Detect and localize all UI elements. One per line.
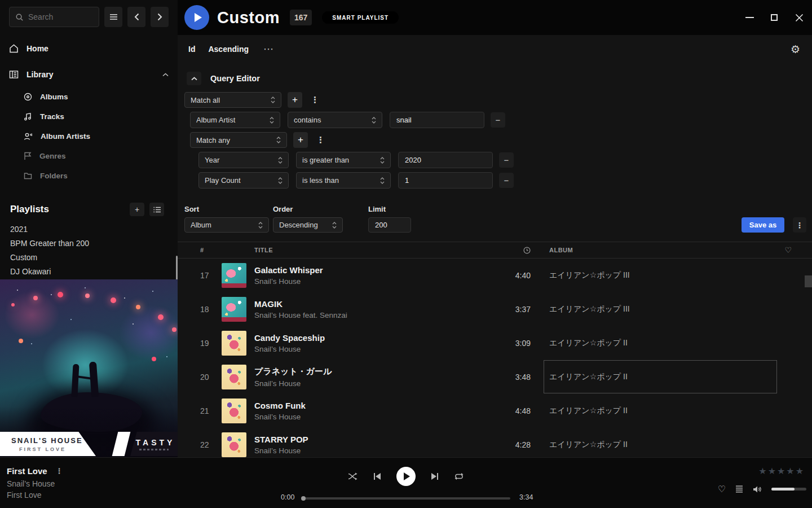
menu-button[interactable] — [104, 7, 122, 27]
track-row[interactable]: 20 プラネット・ガールSnail’s House 3:48 エイリアン☆ポップ… — [178, 360, 812, 394]
remove-rule-button[interactable]: − — [499, 152, 514, 168]
play-playlist-button[interactable] — [184, 5, 209, 30]
play-icon — [195, 13, 202, 22]
tracklist-scrollbar[interactable] — [805, 275, 812, 287]
rule-operator-select[interactable]: is less than — [296, 172, 391, 189]
repeat-button[interactable] — [454, 472, 464, 480]
limit-input[interactable] — [368, 217, 411, 233]
sort-select[interactable]: Album — [184, 217, 269, 233]
group-menu-button[interactable]: ⋮ — [314, 135, 327, 145]
playlist-list-button[interactable] — [149, 203, 164, 216]
track-album[interactable]: エイリアン☆ポップ III — [531, 270, 773, 281]
save-menu-button[interactable]: ⋮ — [793, 217, 806, 233]
collapse-library-button[interactable] — [162, 73, 169, 77]
star-icon[interactable]: ★ — [796, 466, 804, 476]
match-type-select[interactable]: Match any — [190, 132, 287, 148]
settings-gear-button[interactable]: ⚙ — [791, 43, 800, 56]
column-title[interactable]: TITLE — [254, 247, 486, 253]
shuffle-button[interactable] — [348, 472, 358, 480]
rule-value-input[interactable] — [390, 112, 484, 128]
now-playing-title[interactable]: First Love — [7, 466, 47, 476]
rule-value-input[interactable] — [398, 152, 493, 168]
player-right-controls: ♡ — [718, 484, 806, 494]
add-rule-button[interactable]: + — [288, 92, 302, 108]
track-art-thumbnail — [222, 398, 246, 423]
seek-thumb[interactable] — [301, 496, 306, 501]
sidebar-scrollbar[interactable] — [176, 256, 178, 281]
now-playing-menu-button[interactable]: ⋮ — [56, 467, 63, 475]
rule-field-select[interactable]: Play Count — [198, 172, 289, 189]
next-track-button[interactable] — [431, 472, 439, 480]
seek-bar[interactable] — [302, 497, 510, 500]
column-album[interactable]: ALBUM — [531, 247, 773, 253]
add-playlist-button[interactable]: + — [130, 203, 144, 216]
track-row[interactable]: 19 Candy SpaceshipSnail’s House 3:09 エイリ… — [178, 326, 812, 360]
track-row[interactable]: 17 Galactic WhisperSnail’s House 4:40 エイ… — [178, 259, 812, 292]
playlist-item[interactable]: BPM Greater than 200 — [0, 236, 178, 250]
search-input[interactable] — [28, 12, 93, 21]
play-pause-button[interactable] — [396, 467, 416, 486]
queue-button[interactable] — [735, 485, 743, 493]
sidebar-item-folders[interactable]: Folders — [0, 166, 178, 186]
minimize-button[interactable] — [745, 13, 754, 22]
sidebar-item-tracks[interactable]: Tracks — [0, 107, 178, 126]
now-playing-cover-art[interactable]: SNAIL'S HOUSE FIRST LOVE TASTY — [0, 279, 178, 457]
column-duration[interactable] — [523, 247, 531, 254]
match-type-select[interactable]: Match all — [184, 92, 281, 108]
nav-back-button[interactable] — [127, 7, 145, 27]
track-album[interactable]: エイリアン☆ポップ II — [531, 372, 773, 382]
sidebar-item-albums[interactable]: Albums — [0, 87, 178, 107]
star-icon[interactable]: ★ — [786, 466, 794, 476]
sidebar-item-home[interactable]: Home — [0, 37, 178, 60]
track-album[interactable]: エイリアン☆ポップ II — [531, 406, 773, 416]
volume-button[interactable] — [753, 485, 762, 493]
group-menu-button[interactable]: ⋮ — [308, 95, 321, 105]
star-icon[interactable]: ★ — [758, 466, 766, 476]
previous-track-button[interactable] — [373, 472, 381, 480]
track-row[interactable]: 21 Cosmo FunkSnail’s House 4:48 エイリアン☆ポッ… — [178, 394, 812, 428]
close-button[interactable] — [795, 13, 804, 22]
sort-field-button[interactable]: Id — [188, 45, 195, 54]
sidebar-item-library[interactable]: Library — [0, 63, 178, 86]
track-row[interactable]: 22 STARRY POPSnail’s House 4:28 エイリアン☆ポッ… — [178, 428, 812, 458]
playlist-item[interactable]: Custom — [0, 250, 178, 264]
volume-slider[interactable] — [771, 488, 806, 491]
star-icon[interactable]: ★ — [777, 466, 785, 476]
playlist-item[interactable]: DJ Okawari — [0, 264, 178, 278]
plus-icon: + — [298, 134, 303, 146]
playlist-item[interactable]: 2021 — [0, 222, 178, 236]
collapse-query-editor-button[interactable] — [187, 72, 201, 85]
track-row[interactable]: 18 MAGIKSnail’s House feat. Sennzai 3:37… — [178, 292, 812, 326]
rule-operator-select[interactable]: is greater than — [296, 152, 391, 168]
now-playing-artist[interactable]: Snail’s House — [7, 479, 55, 488]
track-album[interactable]: エイリアン☆ポップ III — [531, 304, 773, 314]
star-icon[interactable]: ★ — [768, 466, 776, 476]
rule-operator-select[interactable]: contains — [288, 112, 382, 128]
sidebar-item-album-artists[interactable]: Album Artists — [0, 126, 178, 146]
nav-forward-button[interactable] — [151, 7, 169, 27]
favorite-heart-button heart-icon[interactable]: ♡ — [718, 484, 726, 494]
sidebar-item-genres[interactable]: Genres — [0, 146, 178, 166]
order-select[interactable]: Descending — [273, 217, 343, 233]
add-rule-button[interactable]: + — [293, 132, 308, 148]
minus-icon: − — [504, 176, 509, 185]
sort-direction-button[interactable]: Ascending — [208, 45, 249, 54]
more-options-button[interactable]: ⋯ — [263, 46, 274, 52]
now-playing-album[interactable]: First Love — [7, 491, 41, 500]
remove-rule-button[interactable]: − — [491, 112, 505, 128]
track-album[interactable]: エイリアン☆ポップ II — [531, 440, 773, 450]
remove-rule-button[interactable]: − — [499, 173, 514, 188]
cover-banner-left: SNAIL'S HOUSE FIRST LOVE — [0, 432, 96, 456]
save-as-button[interactable]: Save as — [742, 217, 784, 233]
rule-field-select[interactable]: Album Artist — [190, 112, 280, 128]
speaker-icon — [753, 485, 762, 493]
column-favorite heart-icon[interactable]: ♡ — [784, 246, 792, 255]
search-box[interactable] — [9, 7, 99, 27]
rule-field-select[interactable]: Year — [198, 152, 289, 168]
maximize-button[interactable] — [770, 13, 779, 22]
rule-value-input[interactable] — [398, 172, 493, 189]
match-group-row: Match any + ⋮ — [190, 132, 812, 148]
column-index[interactable]: # — [200, 247, 222, 253]
track-album[interactable]: エイリアン☆ポップ II — [531, 338, 773, 348]
select-value: Year — [205, 156, 275, 164]
